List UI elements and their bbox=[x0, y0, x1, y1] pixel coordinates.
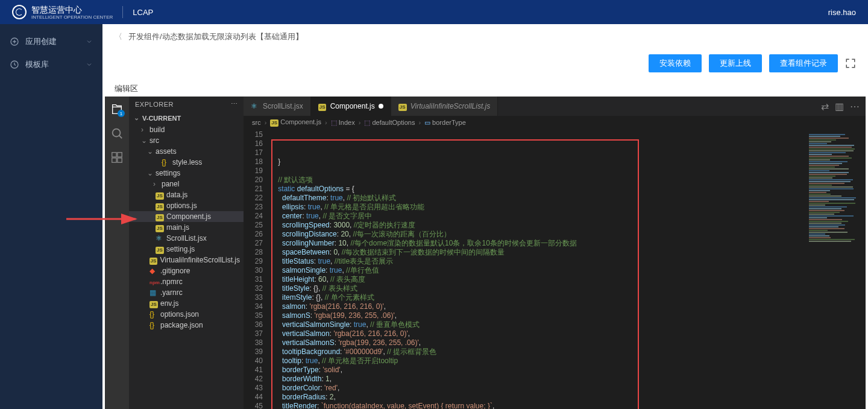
extensions-icon[interactable] bbox=[110, 151, 124, 164]
tree-item[interactable]: JSenv.js bbox=[129, 298, 244, 309]
chevron-icon: ⌄ bbox=[141, 136, 147, 145]
minimap-content bbox=[809, 134, 862, 243]
plus-circle-icon bbox=[10, 37, 19, 46]
chevron-down-icon bbox=[86, 38, 93, 45]
tree-item[interactable]: JSoptions.js bbox=[129, 200, 244, 211]
brand-logo-icon bbox=[12, 5, 27, 19]
file-icon: JS bbox=[156, 191, 164, 199]
crumb-separator-icon: › bbox=[418, 119, 421, 126]
section-label: 编辑区 bbox=[102, 77, 868, 97]
app-name[interactable]: LCAP bbox=[133, 8, 153, 17]
tree-item[interactable]: ▦.yarnrc bbox=[129, 287, 244, 298]
explorer-root[interactable]: ⌄ V-CURRENT bbox=[129, 112, 244, 124]
nav-item-template-lib[interactable]: 模板库 bbox=[0, 53, 102, 76]
explorer-more-icon[interactable]: ⋯ bbox=[231, 100, 238, 108]
current-user[interactable]: rise.hao bbox=[828, 8, 856, 17]
activity-bar: 1 bbox=[105, 97, 129, 409]
file-icon: ▦ bbox=[149, 288, 158, 297]
crumb-item[interactable]: src bbox=[252, 119, 261, 126]
tree-item[interactable]: JSsetting.js bbox=[129, 244, 244, 255]
tree-label: settings bbox=[156, 169, 180, 177]
file-explorer: EXPLORER ⋯ ⌄ V-CURRENT ›build⌄src⌄assets… bbox=[129, 97, 244, 409]
explorer-title: EXPLORER bbox=[135, 101, 174, 108]
explorer-header: EXPLORER ⋯ bbox=[129, 97, 244, 112]
tree-item[interactable]: ⌄assets bbox=[129, 146, 244, 157]
crumb-separator-icon: › bbox=[359, 119, 361, 126]
history-button[interactable]: 查看组件记录 bbox=[769, 54, 838, 72]
tree-label: options.json bbox=[160, 310, 199, 319]
tree-item[interactable]: ›build bbox=[129, 124, 244, 135]
nav-item-app-create[interactable]: 应用创建 bbox=[0, 30, 102, 53]
tree-label: main.js bbox=[166, 223, 189, 232]
tree-label: .yarnrc bbox=[160, 288, 183, 297]
split-icon[interactable]: ▥ bbox=[835, 101, 844, 112]
brand-subtitle: INTELLIGENT OPERATION CENTER bbox=[31, 14, 113, 20]
tree-item[interactable]: {}style.less bbox=[129, 157, 244, 168]
tree-label: assets bbox=[156, 147, 177, 156]
editor-tabs: ⚛ScrollList.jsxJSComponent.jsJSVirtualiI… bbox=[244, 97, 866, 116]
crumb-item[interactable]: ▭ borderType bbox=[424, 119, 466, 127]
editor-tab[interactable]: ⚛ScrollList.jsx bbox=[244, 97, 311, 116]
editor-tab[interactable]: JSComponent.js bbox=[311, 97, 391, 116]
tree-label: ScrollList.jsx bbox=[166, 234, 207, 243]
crumb-item[interactable]: JS Component.js bbox=[270, 118, 321, 127]
file-icon: JS bbox=[318, 102, 327, 110]
publish-button[interactable]: 更新上线 bbox=[709, 54, 762, 72]
svg-rect-5 bbox=[112, 158, 116, 162]
tree-item[interactable]: npm.npmrc bbox=[129, 276, 244, 287]
file-icon: JS bbox=[149, 256, 158, 264]
compare-icon[interactable]: ⇄ bbox=[821, 101, 829, 112]
fullscreen-icon[interactable] bbox=[845, 58, 856, 69]
breadcrumb-path: 开发组件/动态数据加载无限滚动列表【基础通用】 bbox=[128, 31, 303, 42]
tree-item[interactable]: ⌄src bbox=[129, 135, 244, 146]
file-icon: JS bbox=[156, 201, 164, 210]
content-area: 〈 开发组件/动态数据加载无限滚动列表【基础通用】 安装依赖 更新上线 查看组件… bbox=[102, 24, 868, 409]
dirty-indicator-icon bbox=[379, 104, 383, 109]
more-icon[interactable]: ⋯ bbox=[850, 101, 860, 112]
svg-rect-3 bbox=[112, 153, 116, 157]
crumb-item[interactable]: ⬚ defaultOptions bbox=[364, 119, 415, 127]
toolbar: 安装依赖 更新上线 查看组件记录 bbox=[102, 49, 868, 77]
tab-label: Component.js bbox=[330, 102, 375, 110]
chevron-icon: ⌄ bbox=[147, 147, 153, 156]
tree-item[interactable]: JSComponent.js bbox=[129, 211, 244, 222]
tree-label: package.json bbox=[160, 321, 203, 329]
tree-item[interactable]: ◆.gitignore bbox=[129, 265, 244, 276]
editor-main: ⚛ScrollList.jsxJSComponent.jsJSVirtualiI… bbox=[244, 97, 866, 409]
tree-label: env.js bbox=[160, 299, 178, 308]
tree-item[interactable]: JSmain.js bbox=[129, 222, 244, 233]
file-icon: ◆ bbox=[149, 267, 158, 275]
crumb-separator-icon: › bbox=[265, 119, 267, 126]
tree-item[interactable]: ›panel bbox=[129, 179, 244, 189]
editor-tab[interactable]: JSVirtualiInfiniteScrollList.js bbox=[391, 97, 498, 116]
tree-item[interactable]: JSdata.js bbox=[129, 189, 244, 200]
search-icon[interactable] bbox=[110, 127, 124, 140]
tree-item[interactable]: {}options.json bbox=[129, 309, 244, 320]
editor-breadcrumbs[interactable]: src›JS Component.js›⬚ Index›⬚ defaultOpt… bbox=[244, 116, 866, 129]
tab-label: ScrollList.jsx bbox=[263, 102, 303, 110]
root-label: V-CURRENT bbox=[142, 115, 181, 122]
crumb-item[interactable]: ⬚ Index bbox=[331, 119, 355, 127]
code-editor: 1 EXPLORER ⋯ ⌄ V-CURRENT ›build⌄src⌄asse… bbox=[105, 97, 866, 409]
tree-item[interactable]: ⚛ScrollList.jsx bbox=[129, 233, 244, 244]
explorer-badge: 1 bbox=[118, 110, 125, 117]
code-content[interactable]: } // 默认选项 static defaultOptions = { defa… bbox=[270, 129, 805, 409]
file-icon: {} bbox=[149, 310, 158, 319]
tree-label: src bbox=[149, 136, 159, 145]
crumb-separator-icon: › bbox=[325, 119, 327, 126]
back-button[interactable]: 〈 bbox=[115, 31, 122, 42]
arrow-annotation bbox=[63, 210, 142, 228]
file-icon: ⚛ bbox=[251, 102, 259, 110]
code-area[interactable]: 1516171819202122232425262728293031323334… bbox=[244, 129, 866, 409]
tree-item[interactable]: {}package.json bbox=[129, 320, 244, 331]
tree-label: setting.js bbox=[166, 245, 195, 253]
explorer-icon[interactable]: 1 bbox=[110, 103, 124, 116]
header-divider bbox=[122, 6, 123, 18]
tree-item[interactable]: JSVirtualiInfiniteScrollList.js bbox=[129, 255, 244, 265]
minimap[interactable] bbox=[805, 129, 866, 409]
tree-item[interactable]: ⌄settings bbox=[129, 168, 244, 179]
file-icon: JS bbox=[156, 223, 164, 232]
chevron-down-icon: ⌄ bbox=[134, 114, 140, 122]
svg-rect-4 bbox=[118, 153, 122, 157]
install-deps-button[interactable]: 安装依赖 bbox=[649, 54, 702, 72]
